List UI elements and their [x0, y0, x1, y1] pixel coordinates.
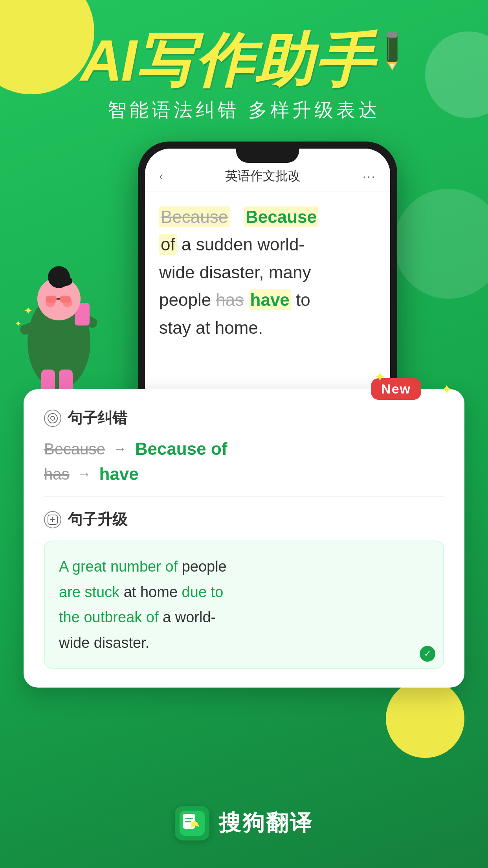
upgrade-icon	[44, 511, 61, 528]
upgrade-green-2: are stuck	[59, 584, 119, 600]
section-divider	[44, 497, 444, 497]
svg-point-24	[51, 416, 55, 420]
svg-rect-4	[388, 38, 389, 60]
corrected-have: have	[249, 289, 291, 310]
strikethrough-has: has	[216, 290, 244, 309]
pencil-icon	[376, 29, 407, 74]
strikethrough-because: Because	[159, 206, 229, 227]
svg-text:✦: ✦	[24, 305, 33, 317]
upgrade-text-box: A great number of people are stuck at ho…	[44, 541, 444, 669]
upgrade-normal-2: at home	[124, 584, 182, 600]
original-because: Because	[44, 440, 105, 458]
upgrade-text-content: A great number of people are stuck at ho…	[59, 554, 429, 655]
phone-back-button[interactable]: ‹	[159, 169, 163, 183]
correction-section-header: 句子纠错	[44, 408, 444, 428]
correction-row-has: has → have	[44, 464, 444, 484]
svg-rect-30	[185, 818, 193, 819]
check-icon: ✓	[420, 646, 435, 662]
correction-card: New ✦ ✦ 句子纠错 Because → Because of has → …	[24, 389, 464, 688]
corrected-because-of: Because of	[135, 439, 227, 459]
subtitle: 智能语法纠错 多样升级表达	[0, 97, 488, 123]
corrected-because: Because	[244, 206, 318, 227]
svg-rect-20	[57, 298, 60, 300]
svg-rect-19	[60, 296, 71, 303]
brand-name-text: 搜狗翻译	[219, 808, 313, 838]
of-text: of	[159, 234, 177, 255]
svg-point-23	[48, 414, 57, 423]
title-ai: AI	[81, 31, 136, 90]
deco-circle-yellow-bottom-right	[386, 679, 464, 758]
corrected-text-display: Because Because of a sudden world-wide d…	[159, 203, 376, 342]
correction-icon	[44, 410, 61, 427]
title-chinese: 写作助手	[136, 31, 374, 90]
phone-more-button[interactable]: ···	[363, 169, 376, 183]
sparkle-icon-right: ✦	[441, 381, 453, 398]
upgrade-section-label: 句子升级	[68, 509, 127, 530]
svg-rect-3	[387, 32, 398, 38]
phone-notch	[236, 149, 299, 163]
sparkle-icon-left: ✦	[374, 369, 386, 385]
brand-logo	[175, 806, 209, 840]
correction-section-label: 句子纠错	[68, 408, 127, 428]
correction-row-because: Because → Because of	[44, 439, 444, 459]
phone-content: Because Because of a sudden world-wide d…	[145, 191, 390, 353]
svg-point-15	[60, 276, 72, 286]
arrow-icon-1: →	[113, 441, 127, 457]
phone-screen-title: 英语作文批改	[225, 167, 301, 185]
original-has: has	[44, 465, 70, 483]
upgrade-green-1: A great number of	[59, 558, 178, 575]
svg-text:✦: ✦	[15, 319, 22, 328]
header: AI写作助手 智能语法纠错 多样升级表达	[0, 31, 488, 123]
corrected-have-text: have	[99, 464, 139, 484]
branding-footer: 搜狗翻译	[0, 806, 488, 840]
svg-rect-31	[185, 821, 191, 822]
upgrade-section-header: 句子升级	[44, 509, 444, 530]
arrow-icon-2: →	[77, 466, 92, 482]
svg-rect-18	[46, 296, 57, 303]
upgrade-normal-1: people	[182, 558, 227, 575]
